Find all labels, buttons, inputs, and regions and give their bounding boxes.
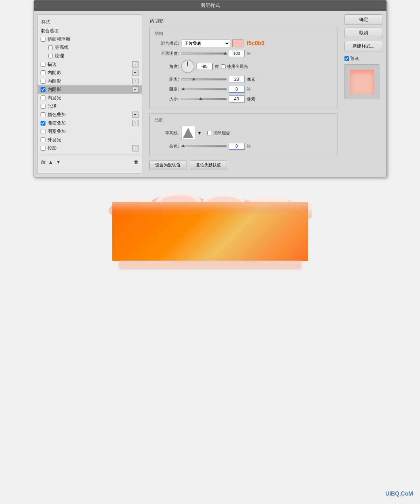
color-overlay-checkbox[interactable] xyxy=(41,112,45,117)
inner-shadow-1-plus-btn[interactable]: + xyxy=(132,70,138,76)
inner-glow-off-checkbox[interactable] xyxy=(41,79,45,84)
reset-default-btn[interactable]: 复位为默认值 xyxy=(190,161,227,170)
color-swatch[interactable] xyxy=(232,40,243,47)
stroke-plus-btn[interactable]: + xyxy=(132,61,138,68)
preview-box xyxy=(344,64,379,99)
sidebar-item-pattern-overlay[interactable]: 图案叠加 xyxy=(38,127,142,136)
bevel-emboss-checkbox[interactable] xyxy=(41,37,45,42)
dialog-titlebar: 图层样式 xyxy=(34,0,386,11)
global-light-checkbox[interactable] xyxy=(221,64,226,69)
texture-checkbox[interactable] xyxy=(48,54,53,58)
sidebar-item-inner-shadow-active[interactable]: 内阴影 + xyxy=(38,85,142,94)
contour-preview[interactable] xyxy=(181,126,195,140)
structure-box: 结构 混合模式: 正片叠底 正常 溶解 变暗 颜色加深 f5c0b0 xyxy=(149,27,337,109)
opacity-slider-thumb[interactable] xyxy=(223,52,227,55)
gradient-overlay-checkbox[interactable] xyxy=(41,121,45,126)
move-down-icon[interactable]: ▼ xyxy=(56,159,61,165)
inner-glow-label: 内发光 xyxy=(48,95,138,101)
angle-input[interactable] xyxy=(197,63,213,70)
pattern-overlay-checkbox[interactable] xyxy=(41,129,45,134)
inner-shadow-overlay xyxy=(112,202,308,216)
sidebar-item-gradient-overlay[interactable]: 渐变叠加 + xyxy=(38,119,142,127)
size-slider-track[interactable] xyxy=(181,98,227,100)
noise-input[interactable] xyxy=(229,143,245,150)
drop-shadow-plus-btn[interactable]: + xyxy=(132,145,138,151)
inner-shadow-1-checkbox[interactable] xyxy=(41,70,45,75)
satin-checkbox[interactable] xyxy=(41,104,45,109)
distance-input[interactable] xyxy=(229,76,245,83)
fx-icon[interactable]: fx xyxy=(41,159,45,165)
watermark: UiBQ.CoM xyxy=(385,491,413,497)
noise-row: 杂色: % xyxy=(155,143,332,150)
new-style-btn[interactable]: 新建样式... xyxy=(344,41,383,51)
sidebar-item-contour[interactable]: 等高线 xyxy=(38,43,142,52)
contour-checkbox[interactable] xyxy=(48,45,53,50)
distance-label: 距离: xyxy=(155,77,179,83)
color-overlay-label: 颜色叠加 xyxy=(48,112,132,118)
pattern-overlay-label: 图案叠加 xyxy=(48,128,138,135)
blend-mode-row: 混合模式: 正片叠底 正常 溶解 变暗 颜色加深 f5c0b0 xyxy=(155,40,332,47)
inner-shadow-active-checkbox[interactable] xyxy=(41,87,45,92)
distance-slider-track[interactable] xyxy=(181,78,227,80)
color-overlay-plus-btn[interactable]: + xyxy=(132,112,138,118)
action-buttons: 设置为默认值 复位为默认值 xyxy=(149,161,337,170)
size-slider-thumb[interactable] xyxy=(199,97,202,100)
preview-row: 预览 xyxy=(344,56,383,62)
set-default-btn[interactable]: 设置为默认值 xyxy=(149,161,186,170)
choke-slider-thumb[interactable] xyxy=(181,87,185,90)
sidebar-item-inner-shadow-1[interactable]: 内阴影 + xyxy=(38,69,142,77)
sidebar-item-outer-glow[interactable]: 外发光 xyxy=(38,136,142,144)
anti-alias-row: 消除锯齿 xyxy=(207,130,230,136)
sidebar-item-drop-shadow[interactable]: 投影 + xyxy=(38,144,142,152)
texture-label: 纹理 xyxy=(55,53,64,59)
delete-icon[interactable]: 🗑 xyxy=(134,159,138,165)
distance-slider-thumb[interactable] xyxy=(192,78,195,80)
gradient-overlay-plus-btn[interactable]: + xyxy=(132,120,138,126)
size-slider-container xyxy=(181,98,227,100)
inner-glow-off-plus-btn[interactable]: + xyxy=(132,78,138,84)
noise-slider-track[interactable] xyxy=(181,145,227,147)
blend-mode-select[interactable]: 正片叠底 正常 溶解 变暗 颜色加深 xyxy=(181,40,230,47)
choke-input[interactable] xyxy=(229,86,245,93)
sidebar-item-inner-glow-off[interactable]: 内阴影 + xyxy=(38,77,142,85)
inner-shadow-active-label: 内阴影 xyxy=(48,86,132,93)
beer-graphic xyxy=(112,191,308,268)
size-unit: 像素 xyxy=(247,96,255,102)
noise-slider-thumb[interactable] xyxy=(181,144,185,147)
angle-unit: 度 xyxy=(215,64,219,70)
sidebar-item-inner-glow[interactable]: 内发光 xyxy=(38,94,142,102)
drop-shadow-checkbox[interactable] xyxy=(41,146,45,151)
sidebar-item-stroke[interactable]: 描边 + xyxy=(38,60,142,69)
sidebar-item-texture[interactable]: 纹理 xyxy=(38,52,142,60)
choke-slider-track[interactable] xyxy=(181,88,227,90)
beer-plate xyxy=(119,261,301,268)
sidebar-item-blend-options[interactable]: 混合选项 xyxy=(38,27,142,35)
size-input[interactable] xyxy=(229,95,245,102)
middle-panel: 内阴影 结构 混合模式: 正片叠底 正常 溶解 变暗 颜色加深 f5c0b0 xyxy=(146,14,341,173)
outer-glow-checkbox[interactable] xyxy=(41,137,45,142)
confirm-btn[interactable]: 确定 xyxy=(344,14,383,25)
quality-contour-row: 等高线: ▼ 消除锯齿 xyxy=(155,126,332,140)
anti-alias-checkbox[interactable] xyxy=(207,131,212,135)
move-up-icon[interactable]: ▲ xyxy=(48,159,53,165)
stroke-checkbox[interactable] xyxy=(41,62,45,67)
opacity-slider-track[interactable] xyxy=(181,52,227,55)
size-label: 大小: xyxy=(155,96,179,102)
cancel-btn[interactable]: 取消 xyxy=(344,28,383,38)
inner-glow-checkbox[interactable] xyxy=(41,95,45,100)
inner-shadow-active-plus-btn[interactable]: + xyxy=(132,86,138,93)
sidebar-item-color-overlay[interactable]: 颜色叠加 + xyxy=(38,111,142,119)
sidebar-item-bevel-emboss[interactable]: 斜面和浮雕 xyxy=(38,35,142,43)
choke-row: 阻塞: % xyxy=(155,86,332,93)
preview-checkbox[interactable] xyxy=(344,56,349,61)
choke-unit: % xyxy=(247,87,251,92)
opacity-input[interactable] xyxy=(229,50,245,57)
outer-glow-label: 外发光 xyxy=(48,137,138,143)
sidebar-item-satin[interactable]: 光泽 xyxy=(38,102,142,111)
global-light-row: 使用全局光 xyxy=(221,64,248,70)
drop-shadow-label: 投影 xyxy=(48,145,132,151)
styles-section-header: 样式 xyxy=(38,17,142,27)
angle-dial[interactable] xyxy=(181,60,194,73)
contour-dropdown-arrow[interactable]: ▼ xyxy=(197,130,202,136)
dialog-title: 图层样式 xyxy=(200,2,220,8)
